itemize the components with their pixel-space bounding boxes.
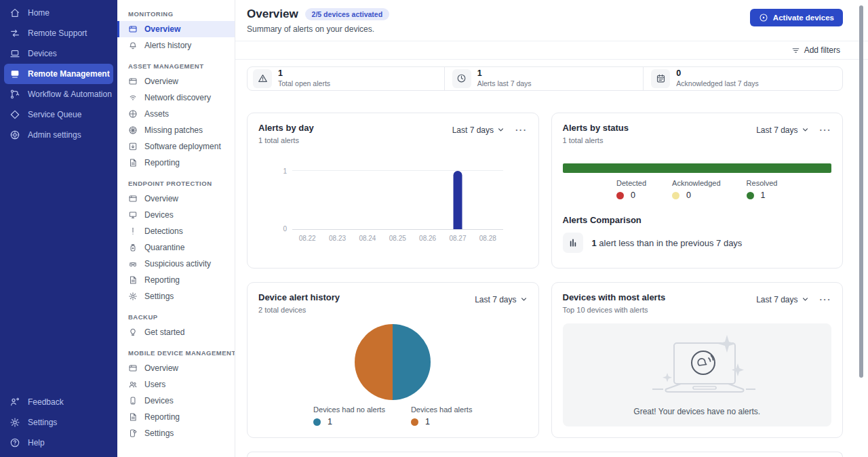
card-title: Alerts by status [563,123,629,134]
sidebar-item-mobile-device-management-settings[interactable]: Settings [117,425,235,441]
add-filters-button[interactable]: Add filters [791,45,840,55]
no-alerts-empty-state: Great! Your devices have no alerts. [563,323,832,426]
phone-icon [128,396,138,405]
sidebar-item-mobile-device-management-reporting[interactable]: Reporting [117,409,235,425]
legend-dot [616,192,624,199]
sidebar-item-label: Overview [144,194,178,203]
primary-sidebar: Home Remote Support Devices Remote Manag… [0,0,117,457]
gear-icon [9,417,20,428]
sidebar-item-feedback[interactable]: Feedback [0,392,117,412]
activate-icon [759,13,768,22]
sidebar-item-backup-get-started[interactable]: Get started [117,324,235,340]
legend-label: Detected [616,179,646,187]
sidebar-item-remote-management[interactable]: Remote Management [4,64,113,84]
report-icon [128,158,138,167]
activate-devices-button[interactable]: Activate devices [750,9,843,26]
sidebar-item-mobile-device-management-users[interactable]: Users [117,376,235,393]
grid-icon [128,77,138,86]
glasses-icon [128,259,138,269]
sidebar-item-monitoring-alerts-history[interactable]: Alerts history [117,37,235,54]
legend-item-acknowledged: Acknowledged 0 [672,179,721,200]
stat-alerts-last-7-days: 1 Alerts last 7 days [444,67,644,90]
sidebar-item-endpoint-protection-suspicious-activity[interactable]: Suspicious activity [117,256,235,272]
chevron-down-icon [520,296,528,303]
sidebar-item-label: Missing patches [144,125,203,135]
x-axis-label: 08.26 [412,235,442,242]
card-subtitle: 1 total alerts [258,136,314,145]
sidebar-item-asset-management-missing-patches[interactable]: Missing patches [117,122,235,138]
sidebar-item-workflow-automation[interactable]: Workflow & Automation [0,84,117,104]
sidebar-item-devices[interactable]: Devices [0,43,117,64]
alerts-by-status-card: Alerts by status 1 total alerts Last 7 d… [551,113,844,269]
comparison-title: Alerts Comparison [563,215,832,225]
card-menu-button[interactable]: ··· [515,125,528,134]
device-alert-history-pie [355,324,431,400]
sidebar-item-label: Service Queue [28,110,81,119]
main-content: Overview 2/5 devices activated Summary o… [235,0,868,457]
sidebar-item-asset-management-assets[interactable]: Assets [117,106,235,122]
dashboard-grid: Alerts by day 1 total alerts Last 7 days… [247,113,843,438]
phone-gear-icon [128,429,138,438]
sidebar-item-endpoint-protection-settings[interactable]: Settings [117,288,235,304]
sidebar-item-settings[interactable]: Settings [0,412,117,433]
sidebar-item-endpoint-protection-detections[interactable]: Detections [117,223,235,239]
warning-icon [258,73,268,83]
clock-icon [456,73,467,83]
sidebar-item-home[interactable]: Home [0,3,117,23]
section-backup: BACKUP Get started [117,304,235,340]
deploy-icon [128,142,138,151]
page-title: Overview [247,7,298,21]
range-select[interactable]: Last 7 days [756,295,808,304]
sidebar-item-help[interactable]: Help [0,433,117,453]
sidebar-item-mobile-device-management-devices[interactable]: Devices [117,393,235,409]
chevron-down-icon [497,126,505,134]
legend-item-devices-had-alerts: Devices had alerts 1 [411,405,473,426]
stat-value: 1 [477,68,532,79]
sidebar-item-monitoring-overview[interactable]: Overview [117,21,235,37]
sidebar-item-service-queue[interactable]: Service Queue [0,104,117,125]
sidebar-item-label: Settings [144,292,174,301]
sidebar-item-label: Settings [144,429,174,438]
gear-circle-icon [9,130,20,140]
y-axis-tick: 1 [283,167,287,175]
section-title: ENDPOINT PROTECTION [117,171,235,191]
sidebar-item-admin-settings[interactable]: Admin settings [0,125,117,145]
sidebar-item-endpoint-protection-quarantine[interactable]: Quarantine [117,239,235,256]
range-select[interactable]: Last 7 days [475,295,527,304]
range-select[interactable]: Last 7 days [756,125,808,135]
sidebar-item-label: Settings [28,418,57,427]
section-title: ASSET MANAGEMENT [117,54,235,73]
sidebar-item-asset-management-overview[interactable]: Overview [117,73,235,90]
primary-nav: Home Remote Support Devices Remote Manag… [0,3,117,145]
sidebar-item-label: Reporting [144,158,180,167]
sidebar-item-label: Assets [144,109,169,119]
section-endpoint-protection: ENDPOINT PROTECTION Overview Devices Det… [117,171,235,304]
x-axis-label: 08.23 [322,235,352,242]
sidebar-item-label: Overview [144,363,178,373]
sidebar-item-mobile-device-management-overview[interactable]: Overview [117,360,235,376]
bulb-icon [128,327,138,337]
card-title: Devices with most alerts [563,292,666,303]
gear-icon [128,292,138,301]
sidebar-item-endpoint-protection-reporting[interactable]: Reporting [117,272,235,288]
sidebar-item-remote-support[interactable]: Remote Support [0,23,117,43]
sidebar-item-label: Devices [144,396,174,405]
bar-slot [292,171,322,229]
help-icon [9,437,20,448]
sidebar-item-asset-management-software-deployment[interactable]: Software deployment [117,138,235,155]
sidebar-item-endpoint-protection-overview[interactable]: Overview [117,191,235,207]
sidebar-item-endpoint-protection-devices[interactable]: Devices [117,207,235,223]
card-menu-button[interactable]: ··· [820,295,832,304]
status-segment-resolved [563,163,832,173]
vertical-scrollbar[interactable] [859,5,863,378]
sidebar-item-asset-management-reporting[interactable]: Reporting [117,155,235,171]
sidebar-item-label: Remote Support [28,28,87,38]
sidebar-item-asset-management-network-discovery[interactable]: Network discovery [117,90,235,106]
sidebar-item-label: Get started [144,327,184,337]
bar-chart-icon [568,237,578,248]
range-select[interactable]: Last 7 days [452,125,505,135]
card-menu-button[interactable]: ··· [820,125,832,134]
sidebar-item-label: Overview [144,77,178,86]
x-axis-label: 08.25 [382,235,412,242]
filter-icon [791,46,800,55]
